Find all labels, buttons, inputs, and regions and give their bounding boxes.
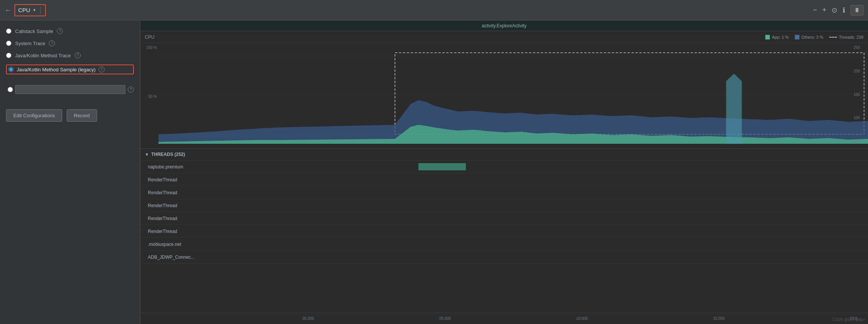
threads-section[interactable]: ▼ THREADS (252) naptube.premium RenderTh… [140, 149, 868, 313]
cpu-label: CPU [18, 7, 30, 13]
thread-row: RenderThread [140, 225, 868, 238]
thread-row: RenderThread [140, 173, 868, 186]
edit-configurations-button[interactable]: Edit Configurations [6, 109, 62, 122]
button-row: Edit Configurations Record [6, 109, 134, 122]
right-y-200: 200 [854, 69, 867, 73]
thread-timeline-4 [277, 212, 868, 225]
right-y-150: 150 [854, 93, 867, 97]
custom-help-icon[interactable]: ? [128, 87, 134, 93]
thread-timeline-1 [277, 173, 868, 186]
thread-timeline-6 [277, 238, 868, 250]
xaxis-tick-0: 00.000 [302, 316, 314, 321]
cpu-chart-title: CPU [145, 35, 154, 40]
legend-app-label: App: 1 % [772, 35, 789, 39]
thread-name-0: naptube.premium [140, 164, 277, 170]
legend-threads: Threads: 239 [829, 35, 863, 39]
cpu-chart-svg [158, 43, 868, 146]
legend-others-box [795, 35, 799, 39]
thread-name-3: RenderThread [140, 203, 277, 208]
cpu-chart-area: CPU App: 1 % Others: 3 % Threads: 239 [140, 31, 868, 149]
thread-row: RenderThread [140, 186, 868, 199]
info-icon[interactable]: ℹ [843, 6, 845, 14]
radio-system[interactable]: System Trace ? [6, 40, 134, 46]
thread-name-1: RenderThread [140, 177, 277, 182]
radio-java-trace[interactable]: Java/Kotlin Method Trace ? [6, 52, 134, 58]
legend-others-label: Others: 3 % [801, 35, 823, 39]
cpu-chart-body: 100 % 50 % [140, 43, 868, 146]
radio-java-sample-input[interactable] [8, 67, 14, 72]
threads-header: ▼ THREADS (252) [140, 149, 868, 160]
legend-app: App: 1 % [765, 35, 789, 39]
pause-button[interactable]: ⏸ [851, 5, 863, 16]
y-axis-left: 100 % 50 % [140, 43, 158, 146]
radio-group: Callstack Sample ? System Trace ? Java/K… [6, 28, 134, 74]
thread-timeline-3 [277, 199, 868, 212]
threads-expand-icon[interactable]: ▼ [145, 152, 149, 157]
thread-row: ADB_JDWP_Connec... [140, 251, 868, 264]
radio-java-sample-label: Java/Kotlin Method Sample (legacy) [17, 67, 96, 72]
thread-timeline-5 [277, 225, 868, 237]
watermark: CSDN @我不勤奋v [832, 317, 865, 322]
right-y-250: 250 [854, 46, 867, 50]
dropdown-divider [40, 6, 41, 14]
legend-threads-label: Threads: 239 [839, 35, 863, 39]
thread-timeline-7 [277, 251, 868, 263]
callstack-help-icon[interactable]: ? [57, 28, 63, 34]
thread-row: RenderThread [140, 212, 868, 225]
legend-app-box [765, 35, 770, 39]
radio-callstack[interactable]: Callstack Sample ? [6, 28, 134, 34]
zoom-in-icon[interactable]: + [822, 6, 826, 14]
radio-java-sample-selected[interactable]: Java/Kotlin Method Sample (legacy) ? [6, 64, 134, 74]
threads-title: THREADS (252) [151, 152, 185, 157]
radio-system-label: System Trace [15, 41, 45, 46]
timeline-xaxis: 00.000 05.000 10.000 15.000 20.0... [140, 313, 868, 324]
xaxis-tick-3: 15.000 [713, 316, 725, 321]
legend-threads-dashed [829, 37, 837, 38]
thread-timeline-2 [277, 186, 868, 199]
thread-name-5: RenderThread [140, 229, 277, 234]
thread-bar-0 [418, 163, 466, 171]
radio-java-trace-label: Java/Kotlin Method Trace [15, 53, 71, 58]
y-label-50: 50 % [142, 94, 157, 99]
cpu-dropdown[interactable]: CPU ▼ [14, 4, 46, 16]
thread-name-2: RenderThread [140, 190, 277, 195]
svg-marker-6 [726, 74, 742, 144]
top-bar: ← CPU ▼ − + ⊙ ℹ ⏸ [0, 0, 868, 20]
system-help-icon[interactable]: ? [49, 40, 55, 46]
thread-timeline-0 [277, 160, 868, 173]
y-label-100: 100 % [142, 46, 157, 50]
thread-row: RenderThread [140, 199, 868, 212]
cpu-legend: App: 1 % Others: 3 % Threads: 239 [765, 35, 863, 39]
thread-row: .mobiuspace.net [140, 238, 868, 251]
java-sample-help-icon[interactable]: ? [99, 66, 105, 72]
record-button[interactable]: Record [67, 109, 97, 122]
thread-name-6: .mobiuspace.net [140, 242, 277, 247]
top-bar-actions: − + ⊙ ℹ ⏸ [813, 5, 863, 16]
back-button[interactable]: ← [5, 7, 11, 14]
radio-system-input[interactable] [6, 41, 11, 46]
legend-others: Others: 3 % [795, 35, 823, 39]
activity-bar: activity.ExploreActivity [140, 20, 868, 31]
java-trace-help-icon[interactable]: ? [75, 52, 81, 58]
dropdown-arrow: ▼ [33, 8, 36, 12]
xaxis-ticks: 00.000 05.000 10.000 15.000 20.0... [295, 316, 868, 321]
custom-radio-input[interactable] [8, 87, 13, 92]
radio-callstack-label: Callstack Sample [15, 28, 53, 34]
cpu-chart-header: CPU App: 1 % Others: 3 % Threads: 239 [140, 31, 868, 43]
y-axis-right: 250 200 150 100 50 [853, 43, 868, 146]
left-panel: Callstack Sample ? System Trace ? Java/K… [0, 20, 140, 324]
chart-canvas [158, 43, 868, 146]
main-content: Callstack Sample ? System Trace ? Java/K… [0, 20, 868, 324]
xaxis-tick-1: 05.000 [439, 316, 451, 321]
custom-input-row: ? [6, 85, 134, 94]
radio-java-trace-input[interactable] [6, 53, 11, 58]
radio-callstack-input[interactable] [6, 28, 11, 34]
zoom-out-icon[interactable]: − [813, 6, 817, 14]
xaxis-tick-2: 10.000 [576, 316, 588, 321]
thread-name-4: RenderThread [140, 216, 277, 221]
thread-name-7: ADB_JDWP_Connec... [140, 255, 277, 260]
right-panel: activity.ExploreActivity CPU App: 1 % Ot… [140, 20, 868, 324]
activity-label: activity.ExploreActivity [143, 23, 865, 28]
settings-icon[interactable]: ⊙ [832, 6, 837, 14]
custom-text-input[interactable] [15, 85, 125, 94]
